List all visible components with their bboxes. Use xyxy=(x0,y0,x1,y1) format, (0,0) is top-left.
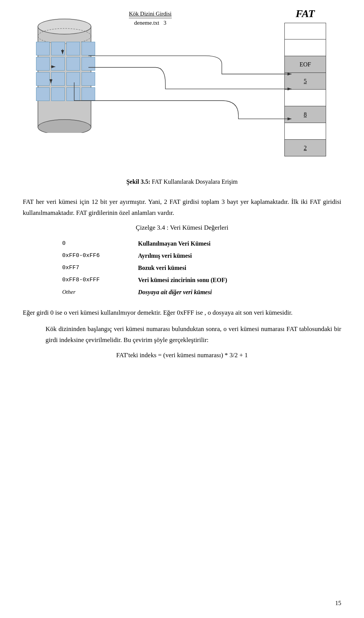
grid-cell xyxy=(66,57,80,71)
table-cell-desc-other: Dosyaya ait diğer veri kümesi xyxy=(130,286,309,298)
svg-point-2 xyxy=(38,19,91,34)
fat-cell-eof: EOF xyxy=(284,56,326,73)
table-row-other: Other Dosyaya ait diğer veri kümesi xyxy=(55,286,309,298)
caption-text: FAT Kullanılarak Dosyalara Erişim xyxy=(150,178,237,185)
diagram-caption: Şekil 3.5: FAT Kullanılarak Dosyalara Er… xyxy=(23,178,341,185)
formula: FAT'teki indeks = (veri kümesi numarası)… xyxy=(23,352,341,359)
fat-cell-0 xyxy=(284,23,326,39)
fat-table: FAT EOF 5 8 2 xyxy=(284,8,326,156)
table-cell-code: 0xFF0-0xFF6 xyxy=(55,250,130,262)
table-row: 0xFF0-0xFF6 Ayrılmış veri kümesi xyxy=(55,250,309,262)
grid-cell xyxy=(51,87,65,101)
grid-cell xyxy=(82,87,95,101)
caption-prefix: Şekil 3.5: xyxy=(126,178,150,185)
table-cell-code: 0xFF7 xyxy=(55,262,130,274)
grid-cell xyxy=(36,72,50,86)
table-row: 0xFF8-0xFFF Veri kümesi zincirinin sonu … xyxy=(55,274,309,286)
table-cell-desc: Kullanılmayan Veri Kümesi xyxy=(130,238,309,250)
diagram-area: Kök Dizini Girdisi deneme.txt 3 FAT EOF … xyxy=(23,8,341,167)
grid-cell xyxy=(36,57,50,71)
grid-cell xyxy=(51,72,65,86)
grid-cell xyxy=(66,87,80,101)
table-cell-desc: Veri kümesi zincirinin sonu (EOF) xyxy=(130,274,309,286)
grid-cell xyxy=(66,42,80,55)
grid-cell xyxy=(82,57,95,71)
fat-cell-2: 2 xyxy=(284,140,326,156)
page-number: 15 xyxy=(335,600,341,607)
grid-container xyxy=(36,42,95,101)
table-cell-code: 0 xyxy=(55,238,130,250)
fat-cell-1 xyxy=(284,39,326,56)
fat-cell-empty2 xyxy=(284,123,326,140)
paragraph-1: FAT her veri kümesi için 12 bit yer ayır… xyxy=(23,197,341,219)
fat-cell-8: 8 xyxy=(284,106,326,123)
table-title: Çizelge 3.4 : Veri Kümesi Değerleri xyxy=(23,224,341,232)
paragraph-2: Eğer girdi 0 ise o veri kümesi kullanılm… xyxy=(23,307,341,318)
table-row: 0 Kullanılmayan Veri Kümesi xyxy=(55,238,309,250)
table-cell-desc: Ayrılmış veri kümesi xyxy=(130,250,309,262)
table-cell-code: 0xFF8-0xFFF xyxy=(55,274,130,286)
table-row: 0xFF7 Bozuk veri kümesi xyxy=(55,262,309,274)
kok-dizini-label: Kök Dizini Girdisi deneme.txt 3 xyxy=(129,11,172,26)
cizelge-table: 0 Kullanılmayan Veri Kümesi 0xFF0-0xFF6 … xyxy=(55,238,309,298)
fat-cell-empty xyxy=(284,90,326,106)
svg-point-1 xyxy=(38,120,91,133)
grid-cell xyxy=(36,87,50,101)
grid-cell xyxy=(51,42,65,55)
fat-title: FAT xyxy=(284,8,326,20)
table-cell-code-other: Other xyxy=(55,286,130,298)
fat-cell-5: 5 xyxy=(284,73,326,90)
grid-cell xyxy=(82,42,95,55)
grid-cell xyxy=(51,57,65,71)
paragraph-3: Kök dizininden başlangıç veri kümesi num… xyxy=(23,324,341,346)
grid-cell xyxy=(36,42,50,55)
table-cell-desc: Bozuk veri kümesi xyxy=(130,262,309,274)
grid-cell xyxy=(66,72,80,86)
grid-cell xyxy=(82,72,95,86)
page: Kök Dizini Girdisi deneme.txt 3 FAT EOF … xyxy=(0,0,364,618)
